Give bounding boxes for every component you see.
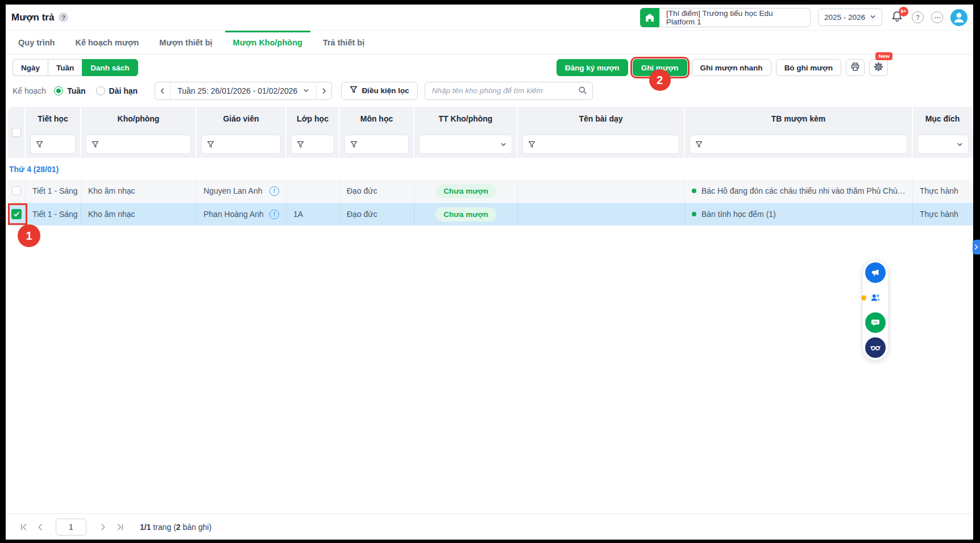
plan-radio-long-term[interactable]: Dài hạn: [96, 86, 138, 95]
column-filter-input[interactable]: [344, 135, 409, 154]
column-header-tiet-hoc: Tiết học: [26, 107, 81, 131]
filter-cell-muc-dich: [913, 131, 973, 158]
settings-button[interactable]: New: [869, 59, 888, 76]
print-button[interactable]: [846, 59, 865, 76]
column-filter-dropdown[interactable]: [419, 135, 512, 154]
record-borrow-annotated-wrap: Ghi mượn 2: [633, 59, 687, 76]
info-icon[interactable]: !: [269, 210, 279, 219]
column-filter-input[interactable]: [690, 135, 907, 154]
tab-muon-kho-phong[interactable]: Mượn Kho/phòng: [225, 31, 310, 54]
chevron-down-icon: [303, 86, 309, 95]
notification-dot: [861, 295, 866, 300]
notification-count-badge: 9+: [899, 7, 908, 16]
table-header: Tiết học Kho/phòng Giáo viên Lớp học Môn…: [8, 107, 973, 158]
summary-text: trang (: [151, 523, 176, 532]
cell-tb-muon-kem: Bàn tính học đếm (1): [685, 203, 913, 226]
school-name[interactable]: [Thí điểm] Trường tiểu học Edu Platform …: [659, 8, 811, 27]
tab-muon-thiet-bi[interactable]: Mượn thiết bị: [151, 31, 220, 54]
annotation-step-1: 1: [18, 224, 40, 247]
column-header-muc-dich: Mục đích: [913, 107, 973, 131]
chat-support-widget-button[interactable]: [865, 312, 886, 333]
current-page-input[interactable]: 1: [56, 519, 86, 536]
plan-radio-long-term-label: Dài hạn: [109, 86, 138, 95]
quick-record-borrow-button[interactable]: Ghi mượn nhanh: [692, 59, 771, 76]
home-icon[interactable]: [640, 8, 659, 27]
select-all-checkbox[interactable]: [12, 128, 21, 137]
teacher-name: Nguyen Lan Anh: [204, 186, 263, 195]
assistant-widget-button[interactable]: [865, 337, 886, 358]
filter-cell-mon-hoc: [340, 131, 414, 158]
filter-cell-kho-phong: [81, 131, 197, 158]
page-help-icon[interactable]: ?: [59, 12, 68, 22]
register-borrow-button[interactable]: Đăng ký mượn: [557, 59, 628, 76]
record-count: 2: [176, 523, 181, 532]
cell-giao-vien: Nguyen Lan Anh !: [197, 179, 286, 203]
table-row[interactable]: Tiết 1 - Sáng Kho âm nhạc Nguyen Lan Anh…: [8, 179, 973, 203]
column-header-tb-muon-kem: TB mượn kèm: [685, 107, 913, 131]
next-week-button[interactable]: [317, 82, 331, 99]
tab-tra-thiet-bi[interactable]: Trả thiết bị: [315, 31, 372, 54]
panel-expand-tab[interactable]: [973, 240, 980, 254]
column-header-mon-hoc: Môn học: [340, 107, 414, 131]
cell-tiet-hoc: Tiết 1 - Sáng: [26, 203, 81, 226]
radio-selected-icon: [54, 86, 63, 95]
search-icon[interactable]: [578, 86, 587, 97]
row-checkbox-cell: [8, 179, 26, 203]
floating-widget-stack: [863, 260, 888, 360]
column-filter-input[interactable]: [86, 135, 191, 154]
school-selector[interactable]: [Thí điểm] Trường tiểu học Edu Platform …: [640, 8, 811, 27]
column-filter-input[interactable]: [201, 135, 281, 154]
equipment-text: Bàn tính học đếm (1): [701, 210, 776, 219]
cell-kho-phong: Kho âm nhạc: [81, 203, 197, 226]
school-year-dropdown[interactable]: 2025 - 2026: [818, 9, 882, 26]
topbar-right: [Thí điểm] Trường tiểu học Edu Platform …: [640, 8, 967, 27]
next-page-button[interactable]: [94, 519, 111, 536]
column-filter-input[interactable]: [522, 135, 679, 154]
green-dot-icon: [692, 189, 696, 193]
view-mode-week-button[interactable]: Tuần: [48, 59, 82, 76]
info-icon[interactable]: !: [269, 186, 279, 196]
filter-conditions-button[interactable]: Điều kiện lọc: [341, 82, 417, 100]
search-input[interactable]: [425, 82, 593, 100]
column-filter-input[interactable]: [291, 135, 334, 154]
tab-quy-trinh[interactable]: Quy trình: [10, 31, 63, 54]
week-dropdown[interactable]: Tuần 25: 26/01/2026 - 01/02/2026: [170, 82, 317, 99]
user-avatar[interactable]: [950, 9, 967, 26]
view-mode-day-button[interactable]: Ngày: [13, 59, 48, 76]
more-options-button[interactable]: [931, 11, 943, 23]
previous-page-button[interactable]: [32, 519, 49, 536]
column-filter-input[interactable]: [30, 135, 76, 154]
cell-ten-bai-day: [518, 203, 685, 226]
column-filter-dropdown[interactable]: [917, 135, 969, 154]
cell-tb-muon-kem: Bác Hồ đang đón các cháu thiếu nhi vào t…: [685, 179, 913, 203]
last-page-button[interactable]: [111, 519, 128, 536]
help-circle-button[interactable]: ?: [912, 11, 924, 23]
summary-text: bản ghi): [181, 523, 211, 532]
cell-tt-kho-phong: Chưa mượn: [414, 179, 518, 203]
notification-bell-button[interactable]: 9+: [890, 10, 904, 25]
previous-week-button[interactable]: [155, 82, 170, 99]
page-count: 1/1: [140, 523, 151, 532]
pagination-bar: 1 1/1 trang (2 bản ghi): [6, 513, 973, 540]
filter-cell-giao-vien: [197, 131, 286, 158]
day-group-label[interactable]: Thứ 4 (28/01): [9, 165, 973, 174]
tab-ke-hoach-muon[interactable]: Kế hoạch mượn: [67, 31, 147, 54]
funnel-icon: [297, 141, 304, 148]
page-title: Mượn trả: [11, 12, 54, 23]
view-mode-switch: Ngày Tuần Danh sách: [13, 59, 138, 76]
cancel-record-borrow-button[interactable]: Bỏ ghi mượn: [776, 59, 841, 76]
printer-icon: [850, 62, 860, 73]
cell-ten-bai-day: [518, 179, 685, 203]
funnel-icon: [92, 141, 99, 148]
table-row[interactable]: 1 Tiết 1 - Sáng Kho âm nhạc Phan Hoàng A…: [8, 203, 973, 226]
cell-kho-phong: Kho âm nhạc: [81, 179, 197, 203]
borrow-table: Tiết học Kho/phòng Giáo viên Lớp học Môn…: [8, 107, 973, 226]
row-checkbox[interactable]: [12, 186, 21, 195]
plan-radio-week[interactable]: Tuần: [54, 86, 85, 95]
chat-bubble-icon: [870, 318, 881, 328]
announcement-widget-button[interactable]: [865, 262, 886, 283]
view-mode-list-button[interactable]: Danh sách: [82, 59, 138, 76]
community-widget-button[interactable]: [865, 287, 886, 308]
first-page-button[interactable]: [15, 519, 32, 536]
filter-conditions-label: Điều kiện lọc: [362, 86, 409, 95]
